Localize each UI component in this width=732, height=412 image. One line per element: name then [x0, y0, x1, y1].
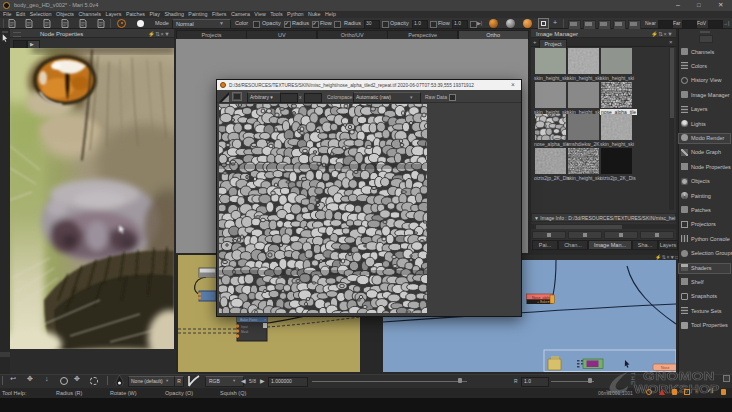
- svg-text:+ Bake▾: + Bake▾: [537, 300, 550, 304]
- svg-text:Mask: Mask: [241, 330, 249, 334]
- svg-text:Nose_alpha: Nose_alpha: [532, 296, 551, 300]
- svg-text:Input: Input: [241, 325, 248, 329]
- svg-text:Bake Point: Bake Point: [240, 318, 257, 322]
